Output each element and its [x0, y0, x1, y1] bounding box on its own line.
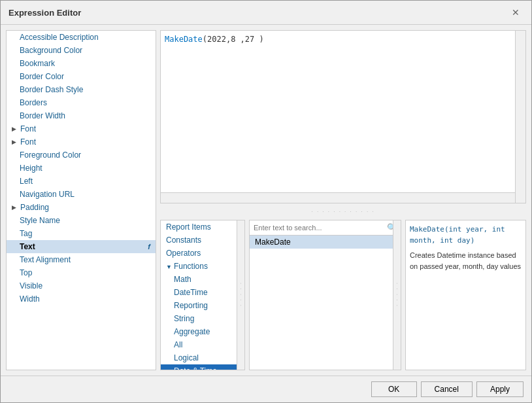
sidebar-item-height[interactable]: Height: [7, 162, 156, 175]
tree-item-aggregate[interactable]: Aggregate: [161, 325, 244, 338]
sidebar-item-border-color[interactable]: Border Color: [7, 70, 156, 83]
sidebar-item-style-name[interactable]: Style Name: [7, 214, 156, 227]
expr-args: (2022,8 ,27 ): [203, 35, 264, 44]
sidebar-item-left[interactable]: Left: [7, 175, 156, 188]
vertical-scrollbar[interactable]: [515, 31, 525, 203]
sidebar-item-label: Font: [20, 137, 36, 147]
tree-item-all[interactable]: All: [161, 338, 244, 351]
sidebar-item-label: Bookmark: [20, 59, 55, 68]
sidebar-item-background-color[interactable]: Background Color: [7, 44, 156, 57]
categories-panel: Report ItemsConstantsOperators▼Functions…: [160, 220, 245, 370]
tree-item-datetime[interactable]: DateTime: [161, 286, 244, 299]
sidebar-item-label: Border Width: [20, 111, 65, 120]
sidebar-item-label: Foreground Color: [20, 150, 81, 160]
tree-item-label: Report Items: [166, 222, 211, 232]
sidebar-item-width[interactable]: Width: [7, 292, 156, 306]
search-box: 🔍: [250, 220, 401, 236]
results-list: MakeDate: [250, 236, 401, 370]
tree-item-reporting[interactable]: Reporting: [161, 299, 244, 312]
sidebar-item-padding[interactable]: ▶Padding: [7, 201, 156, 214]
sidebar-item-bookmark[interactable]: Bookmark: [7, 57, 156, 70]
title-bar: Expression Editor ✕: [1, 1, 531, 25]
sidebar-item-label: Style Name: [20, 216, 60, 225]
tree-item-label: Math: [174, 275, 191, 284]
resize-handle[interactable]: · · · · · · · · · · · ·: [160, 207, 526, 216]
chevron-right-icon: ▶: [12, 204, 16, 211]
f-marker-icon: f: [148, 243, 150, 251]
tree-item-math[interactable]: Math: [161, 273, 244, 286]
sidebar-item-text-alignment[interactable]: Text Alignment: [7, 253, 156, 266]
chevron-right-icon: ▶: [12, 126, 16, 132]
function-signature: MakeDate(int year, int month, int day): [410, 224, 522, 246]
tree-item-label: Date & Time: [174, 366, 217, 370]
tree-item-label: Aggregate: [174, 327, 210, 336]
tree-item-constants[interactable]: Constants: [161, 234, 244, 247]
result-item-makedate[interactable]: MakeDate: [250, 236, 401, 249]
sidebar-item-border-width[interactable]: Border Width: [7, 109, 156, 122]
search-input[interactable]: [250, 221, 383, 234]
left-properties-panel: Accessible DescriptionBackground ColorBo…: [6, 30, 156, 370]
panel-resize-handle[interactable]: · · · · ·: [237, 220, 244, 370]
panel-resize-handle-2[interactable]: · · · · ·: [393, 220, 401, 370]
expression-editor-dialog: Expression Editor ✕ Accessible Descripti…: [0, 0, 532, 403]
sidebar-item-label: Navigation URL: [20, 190, 75, 199]
tree-item-string[interactable]: String: [161, 312, 244, 325]
tree-item-label: DateTime: [174, 288, 208, 297]
sidebar-item-label: Text: [20, 242, 35, 251]
right-area: MakeDate(2022,8 ,27 ) · · · · · · · · · …: [160, 30, 526, 370]
tree-item-label: Constants: [166, 236, 201, 245]
content-area: Accessible DescriptionBackground ColorBo…: [1, 25, 531, 376]
sidebar-item-border-dash-style[interactable]: Border Dash Style: [7, 83, 156, 96]
bottom-panels: Report ItemsConstantsOperators▼Functions…: [160, 220, 526, 370]
apply-button[interactable]: Apply: [476, 381, 524, 397]
tree-item-label: String: [174, 314, 194, 323]
tree-item-date-time[interactable]: Date & Time: [161, 364, 244, 370]
footer: OK Cancel Apply: [1, 376, 531, 402]
sidebar-item-text[interactable]: Textf: [7, 240, 156, 253]
sidebar-item-font2[interactable]: ▶Font: [7, 135, 156, 149]
horizontal-scrollbar[interactable]: [161, 192, 515, 203]
chevron-right-icon: ▶: [12, 139, 16, 145]
sidebar-item-label: Left: [20, 177, 33, 186]
expand-arrow-icon: ▼: [166, 264, 172, 270]
sidebar-item-borders[interactable]: Borders: [7, 96, 156, 109]
expression-editor-box[interactable]: MakeDate(2022,8 ,27 ): [160, 30, 526, 203]
info-panel: MakeDate(int year, int month, int day) C…: [405, 220, 526, 370]
sidebar-item-foreground-color[interactable]: Foreground Color: [7, 149, 156, 162]
sidebar-item-label: Tag: [20, 229, 32, 238]
sidebar-item-navigation-url[interactable]: Navigation URL: [7, 188, 156, 201]
sidebar-item-label: Top: [20, 268, 32, 277]
sidebar-item-label: Visible: [20, 281, 42, 290]
result-item-label: MakeDate: [255, 237, 291, 247]
tree-item-logical[interactable]: Logical: [161, 351, 244, 364]
search-results-panel: 🔍 MakeDate · · · · ·: [249, 220, 401, 370]
sidebar-item-tag[interactable]: Tag: [7, 227, 156, 240]
sidebar-item-top[interactable]: Top: [7, 266, 156, 279]
tree-item-label: Reporting: [174, 301, 208, 310]
close-button[interactable]: ✕: [508, 6, 524, 19]
tree-item-label: Operators: [166, 249, 201, 258]
tree-item-functions[interactable]: ▼Functions: [161, 260, 244, 273]
expr-function-name: MakeDate: [165, 35, 203, 44]
tree-item-report-items[interactable]: Report Items: [161, 220, 244, 234]
cancel-button[interactable]: Cancel: [421, 381, 473, 397]
tree-item-label: All: [174, 340, 182, 349]
sidebar-item-label: Borders: [20, 98, 47, 107]
sidebar-item-label: Background Color: [20, 46, 82, 55]
sidebar-item-label: Border Color: [20, 72, 64, 81]
sidebar-item-label: Border Dash Style: [20, 85, 83, 94]
sidebar-item-label: Height: [20, 164, 42, 173]
sidebar-item-visible[interactable]: Visible: [7, 279, 156, 292]
sidebar-item-label: Font: [20, 124, 36, 133]
sidebar-item-font1[interactable]: ▶Font: [7, 122, 156, 135]
dialog-title: Expression Editor: [8, 8, 81, 18]
tree-item-label: Logical: [174, 353, 199, 362]
tree-item-operators[interactable]: Operators: [161, 247, 244, 260]
sidebar-item-accessible-description[interactable]: Accessible Description: [7, 31, 156, 44]
sidebar-item-label: Padding: [20, 203, 49, 212]
sidebar-item-label: Text Alignment: [20, 255, 71, 264]
tree-item-label: Functions: [174, 262, 208, 271]
ok-button[interactable]: OK: [371, 381, 417, 397]
function-description: Creates Datetime instance based on passe…: [410, 250, 522, 272]
sidebar-item-label: Width: [20, 294, 40, 304]
